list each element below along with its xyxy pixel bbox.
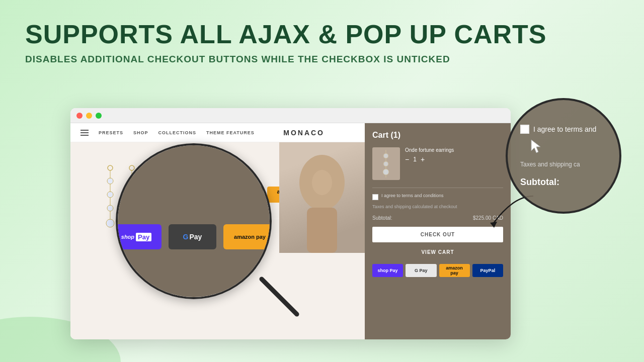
product-photo <box>279 142 365 253</box>
nav-theme-features[interactable]: THEME FEATURES <box>206 130 255 135</box>
model-silhouette <box>279 142 365 253</box>
cart-item-image <box>372 147 400 180</box>
nav-shop[interactable]: SHOP <box>133 130 148 135</box>
cart-divider <box>372 188 503 188</box>
callout-shipping-text: Taxes and shipping ca <box>520 161 580 168</box>
svg-point-25 <box>383 169 389 175</box>
minimize-dot[interactable] <box>86 113 92 119</box>
svg-point-3 <box>107 178 113 184</box>
nav-collections[interactable]: COLLECTIONS <box>158 130 197 135</box>
callout-checkbox-row: I agree to terms and <box>520 125 596 134</box>
svg-line-26 <box>262 279 297 314</box>
magnified-gpay: GPay <box>169 224 216 249</box>
magnified-payment-buttons: shop Pay GPay amazonpay <box>116 224 272 249</box>
svg-point-23 <box>383 153 388 158</box>
nav-presets[interactable]: PRESETS <box>99 130 123 135</box>
svg-rect-20 <box>307 208 337 253</box>
close-dot[interactable] <box>76 113 83 119</box>
hamburger-icon[interactable] <box>80 130 89 136</box>
cart-shop-pay-button[interactable]: shop Pay <box>372 264 403 277</box>
qty-control: − 1 + <box>405 155 503 163</box>
store-brand: MONACO <box>283 129 325 137</box>
svg-point-24 <box>383 161 388 166</box>
magnifier-content: shop Pay GPay amazonpay <box>118 145 270 297</box>
cart-title: Cart (1) <box>372 131 503 140</box>
sub-heading: DISABLES ADDITIONAL CHECKOUT BUTTONS WHI… <box>0 54 644 80</box>
svg-marker-28 <box>490 222 497 228</box>
mouse-cursor <box>530 139 544 155</box>
svg-point-7 <box>107 205 113 211</box>
store-nav: PRESETS SHOP COLLECTIONS THEME FEATURES … <box>70 123 365 142</box>
callout-terms-text: I agree to terms and <box>533 125 596 133</box>
subtotal-label: Subtotal: <box>372 215 392 221</box>
cart-payment-buttons: shop Pay G Pay amazon pay PayPal <box>372 264 503 277</box>
maximize-dot[interactable] <box>96 113 102 119</box>
svg-point-5 <box>107 192 113 198</box>
magnifier: shop Pay GPay amazonpay <box>116 143 272 299</box>
view-cart-button[interactable]: VIEW CART <box>372 245 503 259</box>
qty-number: 1 <box>413 156 417 163</box>
callout-subtotal-text: Subtotal: <box>520 177 559 188</box>
svg-point-21 <box>312 170 332 195</box>
callout-checkbox <box>520 125 529 134</box>
browser-titlebar <box>70 108 511 123</box>
cart-item-name: Onde fortune earrings <box>405 147 503 153</box>
svg-marker-27 <box>531 140 540 153</box>
terms-checkbox[interactable] <box>372 194 378 200</box>
terms-text: I agree to terms and conditions <box>381 193 444 198</box>
zoom-callout: I agree to terms and Taxes and shipping … <box>506 98 621 214</box>
cart-item: Onde fortune earrings − 1 + <box>372 147 503 180</box>
qty-decrease-button[interactable]: − <box>405 155 409 163</box>
magnifier-handle <box>257 274 302 319</box>
magnified-shoppay: shop Pay <box>116 224 162 249</box>
svg-point-9 <box>106 219 114 227</box>
cart-amazon-button[interactable]: amazon pay <box>439 264 470 277</box>
cart-paypal-button[interactable]: PayPal <box>472 264 503 277</box>
cart-item-info: Onde fortune earrings − 1 + <box>405 147 503 180</box>
cursor-icon <box>530 139 544 157</box>
cart-earring-img <box>377 150 395 177</box>
svg-point-1 <box>108 165 113 170</box>
main-heading: SUPPORTS ALL AJAX & POP UP CARTS <box>0 0 644 54</box>
qty-increase-button[interactable]: + <box>421 155 425 163</box>
cart-gpay-button[interactable]: G Pay <box>406 264 436 277</box>
earring-left <box>103 165 117 230</box>
magnified-amazon: amazonpay <box>223 224 272 249</box>
